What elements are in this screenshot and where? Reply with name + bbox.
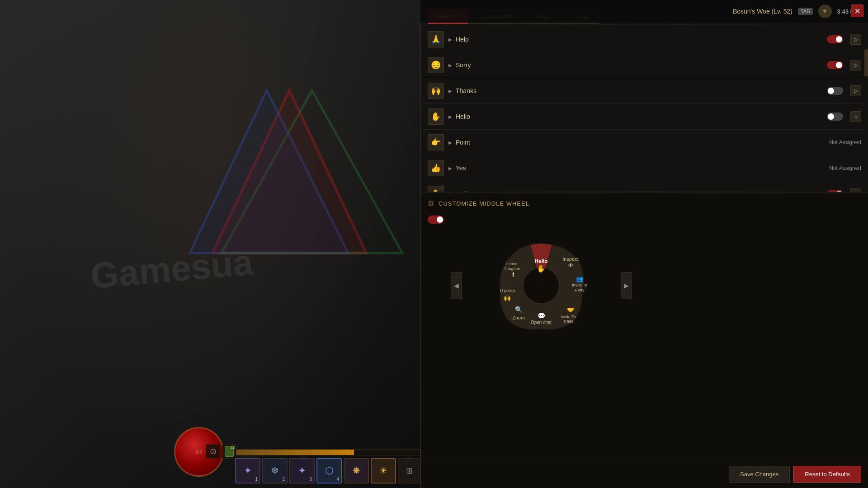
emote-row-sorry[interactable]: 😔 ▶ Sorry ▷: [421, 52, 868, 78]
emote-action-thanks[interactable]: ▷: [850, 85, 861, 96]
emote-toggle-sorry[interactable]: [827, 61, 843, 69]
wheel-svg: Hello ✋ Leave Dungeon ⬆ Thanks 🙌 Zoom 🔍: [464, 218, 618, 353]
emote-icon-point: 👉: [428, 134, 444, 150]
emote-name-yes: Yes: [456, 164, 825, 172]
customize-content: ◀ ▶: [428, 213, 861, 358]
svg-text:🤝: 🤝: [567, 306, 575, 314]
svg-text:👥: 👥: [576, 275, 584, 283]
tab-key-label: TAB: [798, 8, 813, 15]
svg-text:⬆: ⬆: [511, 271, 516, 278]
save-button[interactable]: Save Changes: [729, 466, 790, 483]
svg-text:Thanks: Thanks: [499, 288, 516, 293]
emote-name-wait: Wait: [456, 190, 827, 192]
reset-defaults-button[interactable]: Reset to Defaults: [793, 466, 861, 483]
customize-title: CUSTOMIZE MIDDLE WHEEL: [439, 200, 529, 207]
right-panel: Bosun's Woe (Lv. 52) TAB ⚜ 3:43 PM ✕ Emo…: [420, 0, 868, 488]
emote-row-point[interactable]: 👉 ▶ Point Not Assigned: [421, 130, 868, 155]
svg-text:Inspect: Inspect: [562, 256, 578, 262]
emote-toggle-help[interactable]: [827, 35, 843, 43]
emote-row-thanks[interactable]: 🙌 ▶ Thanks ▷: [421, 78, 868, 104]
wheel-container: ◀ ▶: [451, 213, 632, 358]
emote-name-sorry: Sorry: [456, 61, 827, 69]
svg-text:Invite To: Invite To: [561, 314, 576, 319]
svg-text:👁: 👁: [568, 262, 574, 269]
customize-gear-icon: ⚙: [428, 199, 434, 208]
svg-text:🙌: 🙌: [504, 294, 511, 302]
skill-slot-6[interactable]: ☀: [371, 458, 396, 483]
character-name: Bosun's Woe (Lv. 52): [733, 8, 793, 15]
emote-name-point: Point: [456, 139, 825, 146]
extra-btn-area: ⊞ ⊟: [398, 458, 420, 483]
svg-text:Invite To: Invite To: [572, 283, 587, 287]
svg-text:Party: Party: [575, 288, 585, 292]
potion-area: ⊙ 12: [206, 444, 236, 459]
emote-action-hello[interactable]: ▽: [850, 111, 861, 122]
emote-name-thanks: Thanks: [456, 87, 827, 94]
potion-slot-2[interactable]: 12: [222, 444, 236, 459]
emote-row-hello[interactable]: ✋ ▶ Hello ▽: [421, 104, 868, 130]
skill-slot-3[interactable]: ✦ 3: [289, 458, 315, 483]
xp-bar: [231, 449, 420, 455]
emote-list: 🙏 ▶ Help ▷ 😔 ▶ Sorry ▷ 🙌: [421, 24, 868, 192]
svg-text:Trade: Trade: [563, 319, 573, 324]
customize-section: ⚙ CUSTOMIZE MIDDLE WHEEL ◀ ▶: [421, 192, 868, 460]
skill-slot-4[interactable]: ⬡ 4: [316, 458, 342, 483]
svg-text:✋: ✋: [537, 264, 546, 273]
emote-icon-wait: ✋: [428, 186, 444, 192]
skill-slot-5[interactable]: ✸: [344, 458, 369, 483]
emote-row-help[interactable]: 🙏 ▶ Help ▷: [421, 27, 868, 52]
emote-action-help[interactable]: ▷: [850, 34, 861, 45]
emote-keybind-point: Not Assigned: [825, 139, 861, 145]
customize-toggle[interactable]: [428, 216, 444, 224]
svg-text:💬: 💬: [538, 312, 546, 320]
skill-slot-1[interactable]: ✦ 1: [235, 458, 260, 483]
emote-toggle-hello[interactable]: [827, 113, 843, 121]
emote-row-yes[interactable]: 👍 ▶ Yes Not Assigned: [421, 155, 868, 181]
wheel-nav-right[interactable]: ▶: [621, 272, 632, 299]
svg-text:Dungeon: Dungeon: [504, 267, 520, 271]
svg-text:🔍: 🔍: [515, 306, 523, 314]
emote-name-help: Help: [456, 36, 827, 43]
triangle-overlay: [172, 81, 407, 262]
emote-icon-sorry: 😔: [428, 57, 444, 73]
potion-slot-1[interactable]: ⊙: [206, 444, 220, 459]
emote-action-wait[interactable]: ▷: [850, 188, 861, 192]
emote-action-sorry[interactable]: ▷: [850, 60, 861, 70]
game-viewport: Gamesua 0/5 27 ⊙ 12: [0, 0, 420, 488]
svg-point-5: [523, 267, 559, 304]
emote-keybind-yes: Not Assigned: [825, 165, 861, 171]
wheel-nav-left[interactable]: ◀: [451, 272, 462, 299]
emblem-icon: ⚜: [818, 5, 832, 18]
emote-toggle-wait[interactable]: [827, 190, 843, 192]
wheel-svg-container: Hello ✋ Leave Dungeon ⬆ Thanks 🙌 Zoom 🔍: [464, 213, 618, 358]
wheel-label-hello: Hello: [534, 258, 547, 264]
top-bar: Bosun's Woe (Lv. 52) TAB ⚜ 3:43 PM ✕: [420, 0, 868, 23]
customize-header: ⚙ CUSTOMIZE MIDDLE WHEEL: [428, 199, 861, 208]
level-display: 27: [231, 443, 420, 448]
bottom-bar: Save Changes Reset to Defaults: [421, 460, 868, 488]
emote-icon-help: 🙏: [428, 31, 444, 47]
scrollbar-thumb[interactable]: [864, 49, 868, 76]
skill-bar: ✦ 1 ❄ 2 ✦ 3 ⬡ 4 ✸ ☀: [235, 458, 396, 483]
svg-text:Zoom: Zoom: [512, 315, 525, 320]
emote-row-wait[interactable]: ✋ ▶ Wait ▷: [421, 181, 868, 192]
skill-slot-2[interactable]: ❄ 2: [262, 458, 288, 483]
extra-btn-1[interactable]: ⊞: [398, 458, 420, 483]
close-button[interactable]: ✕: [851, 5, 863, 17]
health-value: 0/5: [196, 450, 202, 455]
bottom-hud: 0/5 27 ⊙ 12 ✦ 1 ❄: [0, 434, 420, 488]
scrollbar-rail: [864, 49, 868, 192]
xp-bar-container: 27: [231, 443, 420, 455]
emote-icon-yes: 👍: [428, 160, 444, 176]
emote-toggle-thanks[interactable]: [827, 87, 843, 95]
emote-name-hello: Hello: [456, 113, 827, 120]
svg-text:Open chat: Open chat: [531, 320, 552, 325]
svg-text:Leave: Leave: [506, 262, 518, 266]
emote-icon-hello: ✋: [428, 108, 444, 125]
emote-icon-thanks: 🙌: [428, 83, 444, 99]
